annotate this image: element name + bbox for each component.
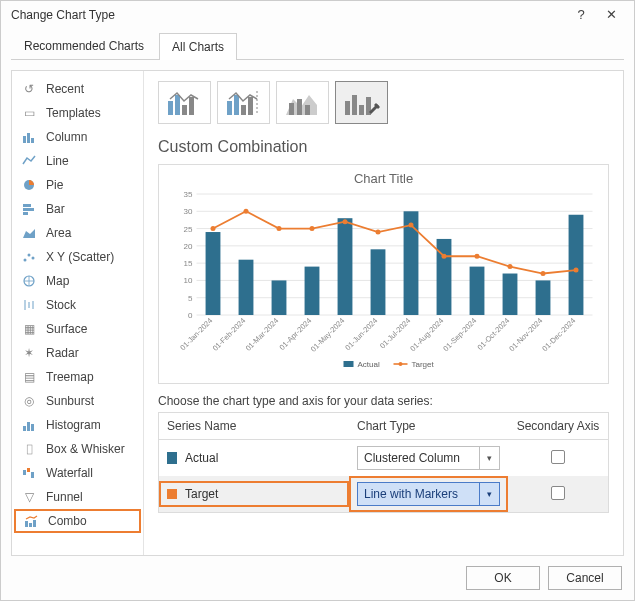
svg-text:01-Sep-2024: 01-Sep-2024	[441, 316, 478, 353]
sidebar-item-bar[interactable]: Bar	[12, 197, 143, 221]
series-table: Series Name Chart Type Secondary Axis Ac…	[158, 412, 609, 513]
svg-text:30: 30	[184, 207, 193, 216]
sidebar-item-scatter[interactable]: X Y (Scatter)	[12, 245, 143, 269]
svg-text:15: 15	[184, 259, 193, 268]
sidebar-item-radar[interactable]: ✶Radar	[12, 341, 143, 365]
svg-rect-26	[182, 105, 187, 115]
header-chart-type: Chart Type	[349, 413, 508, 439]
ok-button[interactable]: OK	[466, 566, 540, 590]
svg-text:01-Feb-2024: 01-Feb-2024	[211, 316, 248, 353]
sidebar-item-templates[interactable]: ▭Templates	[12, 101, 143, 125]
treemap-icon: ▤	[20, 370, 38, 384]
histogram-icon	[20, 418, 38, 432]
sidebar-item-box-whisker[interactable]: ⌷Box & Whisker	[12, 437, 143, 461]
sidebar-item-recent[interactable]: ↺Recent	[12, 77, 143, 101]
sidebar-item-surface[interactable]: ▦Surface	[12, 317, 143, 341]
svg-text:01-Nov-2024: 01-Nov-2024	[507, 316, 544, 353]
svg-rect-35	[297, 99, 302, 115]
svg-rect-0	[23, 136, 26, 143]
svg-rect-68	[503, 274, 518, 315]
tab-recommended-charts[interactable]: Recommended Charts	[11, 32, 157, 59]
combo-variant-1[interactable]	[158, 81, 211, 124]
sidebar-item-treemap[interactable]: ▤Treemap	[12, 365, 143, 389]
svg-rect-23	[33, 520, 36, 527]
column-icon	[20, 130, 38, 144]
svg-rect-15	[23, 426, 26, 431]
svg-rect-1	[27, 133, 30, 143]
sidebar-item-funnel[interactable]: ▽Funnel	[12, 485, 143, 509]
sidebar-item-sunburst[interactable]: ◎Sunburst	[12, 389, 143, 413]
sidebar-item-line[interactable]: Line	[12, 149, 143, 173]
svg-text:01-Jan-2024: 01-Jan-2024	[178, 316, 214, 352]
tab-strip: Recommended Charts All Charts	[1, 32, 634, 59]
svg-rect-6	[23, 212, 28, 215]
bar-icon	[20, 202, 38, 216]
sidebar-item-pie[interactable]: Pie	[12, 173, 143, 197]
svg-rect-21	[25, 521, 28, 527]
tab-all-charts[interactable]: All Charts	[159, 33, 237, 60]
svg-rect-39	[359, 105, 364, 115]
chart-type-select-target[interactable]: Line with Markers▾	[357, 482, 500, 506]
svg-rect-18	[23, 470, 26, 475]
chevron-down-icon: ▾	[479, 483, 499, 505]
sidebar-item-stock[interactable]: Stock	[12, 293, 143, 317]
chart-title: Chart Title	[165, 171, 602, 186]
svg-point-79	[475, 254, 480, 259]
svg-text:01-Jul-2024: 01-Jul-2024	[378, 316, 412, 350]
svg-rect-95	[344, 361, 354, 367]
help-button[interactable]: ?	[566, 7, 596, 22]
cancel-button[interactable]: Cancel	[548, 566, 622, 590]
svg-rect-29	[234, 95, 239, 115]
svg-text:Actual: Actual	[358, 360, 380, 369]
combo-variant-row	[158, 81, 609, 124]
svg-text:01-Dec-2024: 01-Dec-2024	[540, 316, 577, 353]
main-panel: Custom Combination Chart Title 051015202…	[144, 71, 623, 555]
area-icon	[20, 226, 38, 240]
svg-text:01-Apr-2024: 01-Apr-2024	[278, 316, 314, 352]
svg-rect-16	[27, 422, 30, 431]
surface-icon: ▦	[20, 322, 38, 336]
secondary-axis-checkbox-actual[interactable]	[551, 450, 565, 464]
close-button[interactable]: ✕	[596, 7, 626, 22]
svg-text:01-May-2024: 01-May-2024	[309, 316, 347, 354]
sidebar-item-column[interactable]: Column	[12, 125, 143, 149]
sidebar-item-map[interactable]: Map	[12, 269, 143, 293]
combo-variant-2[interactable]	[217, 81, 270, 124]
map-icon	[20, 274, 38, 288]
svg-rect-63	[338, 218, 353, 315]
svg-text:35: 35	[184, 190, 193, 199]
radar-icon: ✶	[20, 346, 38, 360]
svg-rect-31	[248, 97, 253, 115]
chart-type-select-actual[interactable]: Clustered Column▾	[357, 446, 500, 470]
svg-rect-38	[352, 95, 357, 115]
svg-point-10	[32, 257, 35, 260]
secondary-axis-checkbox-target[interactable]	[551, 486, 565, 500]
combo-variant-custom[interactable]	[335, 81, 388, 124]
combo-variant-3[interactable]	[276, 81, 329, 124]
dialog-footer: OK Cancel	[1, 556, 634, 600]
sidebar-item-area[interactable]: Area	[12, 221, 143, 245]
sidebar-item-combo[interactable]: Combo	[14, 509, 141, 533]
sidebar-item-histogram[interactable]: Histogram	[12, 413, 143, 437]
svg-rect-19	[27, 468, 30, 472]
svg-point-8	[24, 259, 27, 262]
svg-point-98	[399, 362, 403, 366]
svg-point-71	[211, 226, 216, 231]
svg-rect-20	[31, 472, 34, 478]
series-table-header: Series Name Chart Type Secondary Axis	[159, 413, 608, 440]
svg-rect-17	[31, 424, 34, 431]
svg-text:01-Aug-2024: 01-Aug-2024	[408, 316, 445, 353]
recent-icon: ↺	[20, 82, 38, 96]
swatch-target	[167, 489, 177, 499]
svg-rect-61	[272, 280, 287, 315]
svg-point-77	[409, 223, 414, 228]
svg-rect-25	[175, 95, 180, 115]
svg-point-73	[277, 226, 282, 231]
svg-rect-28	[227, 101, 232, 115]
line-icon	[20, 154, 38, 168]
dialog-body: ↺Recent ▭Templates Column Line Pie Bar A…	[11, 70, 624, 556]
sidebar-item-waterfall[interactable]: Waterfall	[12, 461, 143, 485]
svg-marker-7	[23, 229, 35, 238]
scatter-icon	[20, 250, 38, 264]
svg-text:10: 10	[184, 276, 193, 285]
